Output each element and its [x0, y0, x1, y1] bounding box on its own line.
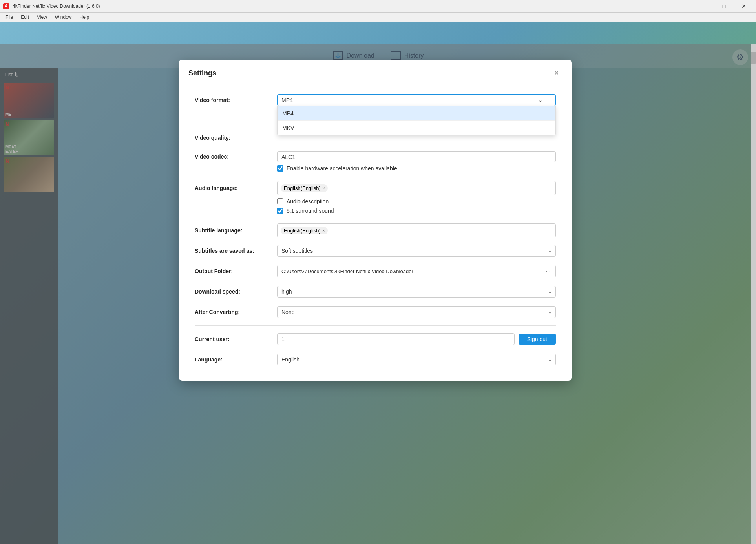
audio-language-control: English(English) × — [277, 181, 556, 195]
scrollbar-thumb[interactable] — [751, 52, 756, 64]
subtitles-saved-dropdown[interactable]: Soft subtitles — [277, 245, 556, 257]
after-converting-label: After Converting: — [195, 309, 277, 315]
audio-language-row: Audio language: English(English) × — [195, 181, 556, 217]
dialog-body: Video format: MP4 ⌄ MP4 MKV — [179, 85, 572, 381]
subtitles-saved-control: Soft subtitles ⌄ — [277, 245, 556, 257]
menu-help[interactable]: Help — [76, 14, 93, 21]
after-converting-row: After Converting: None ⌄ — [195, 305, 556, 319]
download-speed-control: high ⌄ — [277, 286, 556, 298]
output-folder-input-row: ··· — [277, 265, 556, 277]
after-converting-dropdown[interactable]: None — [277, 306, 556, 318]
user-row: Sign out — [277, 333, 556, 345]
subtitles-saved-row: Subtitles are saved as: Soft subtitles ⌄ — [195, 244, 556, 258]
app-background: Download History ⚙ List ⇅ N ME N MEATEAT… — [0, 22, 756, 544]
video-format-control: MP4 ⌄ MP4 MKV — [277, 94, 556, 106]
current-user-input[interactable] — [277, 333, 515, 345]
dialog-header: Settings × — [179, 60, 572, 85]
language-control: English ⌄ — [277, 354, 556, 365]
maximize-button[interactable]: □ — [715, 0, 733, 13]
download-speed-row: Download speed: high ⌄ — [195, 285, 556, 299]
surround-sound-checkbox[interactable] — [277, 208, 283, 214]
video-codec-label: Video codec: — [195, 153, 277, 160]
settings-dialog: Settings × Video format: MP4 ⌄ — [179, 60, 572, 381]
audio-desc-checkbox[interactable] — [277, 198, 283, 204]
subtitle-language-tag-0-label: English(English) — [284, 228, 321, 234]
language-label: Language: — [195, 356, 277, 363]
modal-overlay: Settings × Video format: MP4 ⌄ — [0, 44, 751, 544]
audio-language-tag-0-label: English(English) — [284, 185, 321, 191]
surround-sound-label: 5.1 surround sound — [287, 208, 334, 214]
language-row: Language: English ⌄ — [195, 352, 556, 367]
after-converting-control: None ⌄ — [277, 306, 556, 318]
surround-sound-row: 5.1 surround sound — [277, 208, 334, 214]
audio-desc-row: Audio description — [277, 198, 334, 204]
video-format-dropdown-container: MP4 ⌄ MP4 MKV — [277, 94, 556, 106]
hw-accel-label: Enable hardware acceleration when availa… — [287, 165, 397, 172]
audio-language-label: Audio language: — [195, 185, 277, 191]
current-user-control: Sign out — [277, 333, 556, 345]
output-folder-input[interactable] — [278, 265, 541, 277]
settings-divider — [195, 325, 556, 326]
subtitles-saved-label: Subtitles are saved as: — [195, 248, 277, 254]
window-controls: – □ ✕ — [696, 0, 753, 13]
dialog-close-button[interactable]: × — [551, 68, 562, 78]
output-folder-browse-button[interactable]: ··· — [541, 265, 555, 277]
video-format-row: Video format: MP4 ⌄ MP4 MKV — [195, 93, 556, 107]
scrollbar[interactable] — [751, 44, 756, 544]
close-button[interactable]: ✕ — [735, 0, 753, 13]
current-user-label: Current user: — [195, 336, 277, 342]
menu-bar: File Edit View Window Help — [0, 13, 756, 22]
video-codec-row: Video codec: ALC1 Enable hardware accele… — [195, 151, 556, 175]
video-format-value: MP4 — [281, 97, 293, 103]
video-quality-label: Video quality: — [195, 135, 277, 141]
menu-window[interactable]: Window — [51, 14, 76, 21]
video-format-chevron-icon: ⌄ — [538, 97, 543, 103]
subtitles-saved-value: Soft subtitles — [281, 248, 313, 254]
download-speed-label: Download speed: — [195, 288, 277, 295]
video-format-option-mkv[interactable]: MKV — [278, 120, 555, 135]
minimize-button[interactable]: – — [696, 0, 714, 13]
language-dropdown[interactable]: English — [277, 354, 556, 365]
title-bar: 4 4kFinder Netflix Video Downloader (1.6… — [0, 0, 756, 13]
audio-desc-label: Audio description — [287, 198, 329, 204]
download-speed-value: high — [281, 288, 292, 295]
audio-language-tag-0: English(English) × — [281, 184, 328, 192]
dialog-title: Settings — [188, 69, 216, 77]
subtitle-language-control: English(English) × — [277, 223, 556, 237]
subtitle-language-tag-input[interactable]: English(English) × — [277, 223, 556, 237]
menu-file[interactable]: File — [2, 14, 17, 21]
subtitle-language-tag-0-remove[interactable]: × — [322, 228, 325, 233]
video-format-label: Video format: — [195, 97, 277, 103]
output-folder-control: ··· — [277, 265, 556, 277]
audio-language-tag-input[interactable]: English(English) × — [277, 181, 556, 195]
output-folder-row: Output Folder: ··· — [195, 264, 556, 278]
video-format-dropdown-list: MP4 MKV — [277, 106, 556, 135]
current-user-row: Current user: Sign out — [195, 332, 556, 346]
sign-out-button[interactable]: Sign out — [519, 334, 556, 345]
subtitle-language-row: Subtitle language: English(English) × — [195, 223, 556, 237]
video-codec-value: ALC1 — [277, 151, 556, 162]
after-converting-value: None — [281, 309, 294, 315]
menu-view[interactable]: View — [33, 14, 51, 21]
video-codec-control: ALC1 — [277, 151, 556, 162]
app-icon: 4 — [3, 3, 9, 9]
audio-language-tag-0-remove[interactable]: × — [322, 186, 325, 190]
video-format-dropdown[interactable]: MP4 ⌄ — [277, 94, 556, 106]
hw-accel-row: Enable hardware acceleration when availa… — [277, 165, 397, 175]
menu-edit[interactable]: Edit — [17, 14, 33, 21]
output-folder-label: Output Folder: — [195, 268, 277, 274]
language-value: English — [281, 356, 299, 363]
audio-options: Audio description 5.1 surround sound — [277, 198, 334, 217]
subtitle-language-label: Subtitle language: — [195, 227, 277, 234]
hw-accel-checkbox-row: Enable hardware acceleration when availa… — [277, 165, 397, 172]
download-speed-dropdown[interactable]: high — [277, 286, 556, 298]
video-format-option-mp4[interactable]: MP4 — [278, 106, 555, 120]
app-title: 4kFinder Netflix Video Downloader (1.6.0… — [13, 4, 692, 9]
subtitle-language-tag-0: English(English) × — [281, 227, 328, 234]
hw-accel-checkbox[interactable] — [277, 165, 283, 172]
